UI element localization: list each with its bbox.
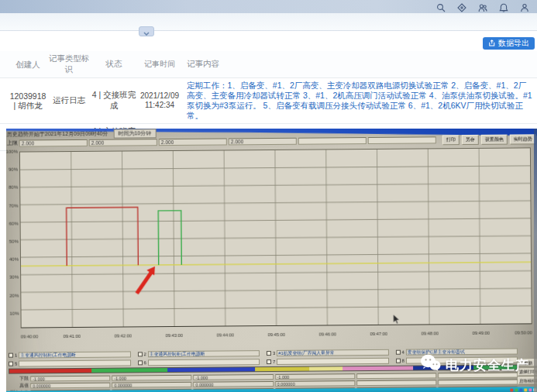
y-tick: 40% [6,257,19,262]
legend-item: 2 主变通风控制柜(工作电源断 [137,349,260,358]
color-segment [255,367,309,372]
upper-limit-input[interactable]: 2.000 [159,138,227,146]
lower-limit-input[interactable]: -1.000 [275,373,355,380]
value-field [356,380,436,386]
collapse-panel-button[interactable] [139,26,154,36]
cell-time: 2021/12/09 11:42:34 [138,91,181,110]
checkbox[interactable] [9,353,13,358]
upper-limit-input[interactable] [298,137,367,145]
legend-item: 1 主变通风控制柜(工作电源断 [9,350,131,359]
color-segment [91,368,168,373]
y-tick: 80% [6,185,18,190]
checkbox[interactable] [267,351,271,356]
lower-limit-input[interactable]: -1.000 [30,375,110,381]
print-button[interactable]: 打印 [442,135,460,145]
lower-limit-input[interactable]: -1.000 [193,373,273,380]
tray-icon [519,388,522,391]
checkbox[interactable] [395,350,400,355]
wechat-logo-icon [420,354,441,376]
value-field [438,379,518,385]
legend-label: 主变通风控制柜(工作电源断 [19,351,130,358]
x-tick: 09:40:00 [21,334,39,339]
y-tick: 70% [6,204,18,208]
y-tick: 20% [6,294,19,298]
color-segment [167,367,255,372]
col-header-content: 记事内容 [181,59,537,70]
y-tick: 10% [6,311,19,316]
upper-limit-input[interactable]: 2.000 [229,137,297,145]
export-icon [488,40,495,48]
col-header-type: 记事类型标识 [48,53,90,75]
col-header-status: 状态 [90,59,138,70]
x-tick: 09:41:00 [63,334,81,339]
legend-item: 5 [9,359,131,367]
value-field: 0.000000 [30,382,110,388]
realtime-trend-button[interactable]: 实时趋势 [510,134,536,144]
tray-icon [528,388,532,391]
upper-limit-label: 上限 [6,139,18,147]
dcs-trend-window: 历史趋势开始于2021年12月09日09时40分时间为10分钟 上限 2.000… [6,129,537,392]
tray-icon [510,388,513,391]
plot-area [19,147,532,328]
checkbox[interactable] [267,359,271,364]
checkbox[interactable] [396,359,401,363]
legend-label [148,359,260,366]
x-tick: 09:47:00 [370,332,387,336]
x-tick: 09:46:00 [318,332,336,336]
lower-limit-input[interactable]: -1.000 [112,374,191,380]
tray-icon [524,388,527,391]
page: 数据导出 创建人 记事类型标识 状态 记事时间 记事内容 12039918 | … [0,0,537,392]
secondary-bar [0,13,537,31]
watermark: 电力安全生产 [420,354,529,376]
trend-screen-photo: 历史趋势开始于2021年12月09日09时40分时间为10分钟 上限 2.000… [6,129,537,392]
table-header-row: 创建人 记事类型标识 状态 记事时间 记事内容 [0,51,537,78]
checkbox[interactable] [9,362,13,366]
legend-label [19,359,130,366]
watermark-text: 电力安全生产 [446,356,529,374]
cell-status: 4 | 交接班完成 [90,90,138,112]
upper-limit-input[interactable]: 2.000 [19,139,88,146]
value-field: 0.000000 [275,380,355,387]
x-tick: 09:50:00 [515,330,532,335]
y-tick: 90% [6,167,18,172]
legend-item: 3 #1机发变组(厂界闯入量异常 [267,349,389,357]
x-tick: 09:48:00 [421,331,439,335]
checkbox[interactable] [137,352,142,356]
legend-label [277,358,388,365]
upper-limit-input[interactable] [368,136,436,144]
legend-label: #1机发变组(厂界闯入量异常 [277,349,388,356]
y-tick: 30% [6,275,19,280]
color-segment [309,366,342,370]
col-header-time: 记事时间 [138,60,181,69]
upper-limit-input[interactable]: 2.000 [89,139,157,146]
legend-label: 主变通风控制柜(工作电源断 [148,350,260,357]
legend-item: 7 [267,357,389,366]
trend-chart: 100% 90% 80% 70% 60% 50% 40% 30% 20% 10%… [6,144,537,339]
mouse-cursor-icon [394,315,401,325]
value-field: 0.000000 [194,380,274,387]
x-tick: 09:45:00 [267,332,285,337]
x-tick: 09:42:00 [114,333,132,338]
set-color-button[interactable]: 设置颜色 [481,134,508,144]
x-axis: 09:40:00 09:41:00 09:42:00 09:43:00 09:4… [21,327,532,339]
tray-icon [515,388,518,391]
checkbox[interactable] [138,360,143,365]
cell-content: 定期工作：1、启备变、#1、2厂高变、主变冷却器双路电源切换试验正常 2、启备变… [181,81,537,121]
x-tick: 09:43:00 [165,333,183,338]
x-tick: 09:44:00 [216,332,234,337]
y-tick: 100% [6,150,18,154]
value-field: 0.000000 [112,381,191,387]
save-as-button[interactable]: 另存 [462,134,479,144]
x-tick: 09:49:00 [472,331,490,335]
chevron-down-icon [143,25,150,39]
trend-plot-svg [20,148,532,327]
cell-creator: 12039918 | 胡伟龙 [8,91,48,110]
legend-item: 6 [137,358,260,366]
table-row[interactable]: 12039918 | 胡伟龙 运行日志 4 | 交接班完成 2021/12/09… [0,78,537,124]
data-export-button[interactable]: 数据导出 [483,37,535,50]
color-segment [343,366,414,371]
top-navigation-bar [0,0,537,13]
y-tick: 60% [6,222,19,226]
col-header-creator: 创建人 [8,60,48,69]
color-segment [9,369,91,373]
